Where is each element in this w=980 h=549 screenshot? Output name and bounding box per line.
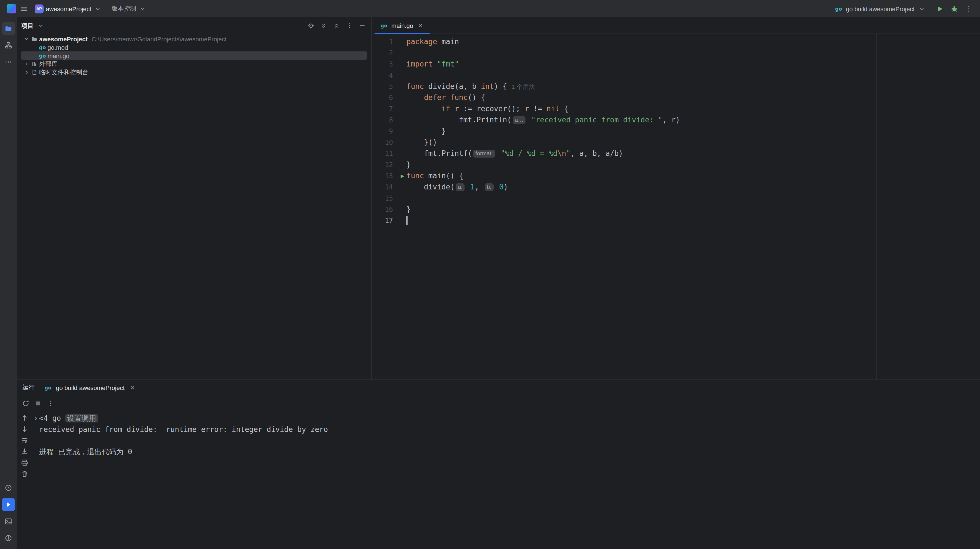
line-number: 3	[372, 59, 398, 70]
right-margin-guide	[876, 34, 877, 379]
project-widget[interactable]: AP awesomeProject	[32, 2, 105, 15]
code-line-2[interactable]: 2	[372, 48, 980, 59]
tool-strip-button-services[interactable]	[2, 481, 15, 494]
code-line-5[interactable]: 5func divide(a, b int) { 1 个用法	[372, 81, 980, 92]
code-line-11[interactable]: 11 fmt.Printf(format: "%d / %d = %d\n", …	[372, 148, 980, 159]
arrow-down-icon[interactable]	[20, 424, 29, 433]
collapse-all-icon[interactable]	[332, 21, 341, 30]
code-line-14[interactable]: 14 divide(a: 1, b: 0)	[372, 182, 980, 193]
code-line-13[interactable]: 13func main() {	[372, 170, 980, 182]
chevron-down-icon	[138, 4, 147, 13]
line-number: 10	[372, 137, 398, 148]
tool-strip-button-more[interactable]	[2, 56, 15, 69]
run-tab-label: go build awesomeProject	[56, 384, 125, 391]
main-menu-icon[interactable]	[19, 4, 29, 13]
goland-window: AP awesomeProject 版本控制 go go build aweso…	[0, 0, 980, 549]
library-icon	[30, 60, 38, 68]
tool-strip-button-project[interactable]	[2, 22, 15, 35]
tree-item-root[interactable]: awesomeProjectC:\Users\meowr\GolandProje…	[21, 35, 367, 43]
terminal-icon	[4, 517, 13, 525]
code-line-17[interactable]: 17	[372, 215, 980, 226]
minus-icon[interactable]	[358, 21, 367, 30]
code-line-16[interactable]: 16}	[372, 204, 980, 215]
code-line-10[interactable]: 10 }()	[372, 137, 980, 148]
run-tool-window: 运行 go go build awesomeProject <4 go 设置调用…	[17, 379, 980, 549]
vcs-label: 版本控制	[111, 5, 136, 13]
more-actions-button[interactable]	[964, 4, 973, 13]
editor-content[interactable]: 1package main23import "fmt"45func divide…	[372, 34, 980, 379]
scratch-icon	[30, 68, 38, 77]
more-icon	[4, 57, 13, 67]
run-config-icon: go	[834, 4, 843, 13]
editor-tab-main-go[interactable]: go main.go	[375, 17, 430, 33]
code-line-3[interactable]: 3import "fmt"	[372, 59, 980, 70]
expand-all-icon[interactable]	[319, 21, 328, 30]
code-line-7[interactable]: 7 if r := recover(); r != nil {	[372, 103, 980, 114]
arrow-up-icon[interactable]	[20, 413, 29, 422]
soft-wrap-icon[interactable]	[20, 436, 29, 444]
services-icon	[4, 483, 13, 492]
kebab-icon[interactable]	[345, 21, 354, 30]
problems-icon	[4, 533, 13, 542]
code-line-9[interactable]: 9 }	[372, 126, 980, 137]
run-tab-go-build[interactable]: go go build awesomeProject	[44, 383, 137, 392]
tree-item-label: 外部库	[39, 60, 57, 68]
run-window-icon	[4, 500, 13, 509]
code-line-4[interactable]: 4	[372, 70, 980, 81]
run-panel-title: 运行	[22, 383, 35, 392]
project-tool-window: 项目 awesomeProjectC:\Users\meowr\GolandPr…	[17, 17, 372, 379]
console-output[interactable]: <4 go 设置调用received panic from divide: ru…	[32, 411, 980, 549]
editor-area: go main.go 1package main23import "fmt"45…	[372, 17, 980, 379]
trash-icon[interactable]	[20, 469, 29, 478]
code-line-12[interactable]: 12}	[372, 159, 980, 170]
line-number: 8	[372, 114, 398, 126]
tool-strip-button-terminal[interactable]	[2, 514, 15, 528]
console: <4 go 设置调用received panic from divide: ru…	[17, 411, 980, 549]
code-line-15[interactable]: 15	[372, 193, 980, 204]
line-number: 11	[372, 148, 398, 159]
project-panel-actions	[306, 21, 367, 30]
main-toolbar: AP awesomeProject 版本控制 go go build aweso…	[0, 0, 980, 17]
kebab-icon[interactable]	[46, 399, 55, 408]
code-line-8[interactable]: 8 fmt.Println(a… "received panic from di…	[372, 114, 980, 126]
tool-strip-button-problems[interactable]	[2, 531, 15, 544]
run-gutter-icon[interactable]	[398, 171, 406, 181]
tool-strip-button-run[interactable]	[2, 498, 15, 511]
chevron-down-icon[interactable]	[37, 21, 45, 30]
tree-item-path: C:\Users\meowr\GolandProjects\awesomePro…	[92, 35, 227, 42]
target-icon[interactable]	[306, 21, 315, 30]
project-badge: AP	[35, 4, 44, 13]
tree-item-external-libraries[interactable]: 外部库	[21, 60, 367, 68]
chevron-down-icon	[94, 4, 103, 13]
editor-tab-label: main.go	[391, 22, 413, 29]
tree-item-main-go[interactable]: gomain.go	[21, 51, 367, 60]
line-number: 9	[372, 126, 398, 137]
stop-icon[interactable]	[33, 399, 43, 408]
go-mod-icon: go	[38, 43, 47, 52]
line-number: 6	[372, 92, 398, 103]
scroll-end-icon[interactable]	[20, 447, 29, 456]
console-line-2: received panic from divide: runtime erro…	[32, 424, 980, 435]
tree-item-label: awesomeProject	[39, 35, 88, 42]
run-toolbar	[17, 396, 980, 411]
print-icon[interactable]	[20, 458, 29, 467]
project-tree: awesomeProjectC:\Users\meowr\GolandProje…	[17, 34, 371, 379]
code-line-6[interactable]: 6 defer func() {	[372, 92, 980, 103]
folded-text[interactable]: 设置调用	[65, 414, 98, 422]
tree-item-scratches[interactable]: 临时文件和控制台	[21, 68, 367, 76]
run-button[interactable]	[935, 4, 944, 13]
tree-item-go-mod[interactable]: gogo.mod	[21, 43, 367, 51]
debug-button[interactable]	[950, 4, 959, 13]
project-name: awesomeProject	[46, 5, 91, 12]
close-icon[interactable]	[416, 21, 425, 30]
line-number: 5	[372, 81, 398, 92]
run-configuration-selector[interactable]: go go build awesomeProject	[831, 2, 930, 15]
line-number: 16	[372, 204, 398, 215]
code-line-1[interactable]: 1package main	[372, 36, 980, 48]
inlay-hint: a:	[456, 183, 465, 191]
close-icon[interactable]	[128, 383, 137, 392]
vcs-widget[interactable]: 版本控制	[109, 2, 150, 15]
rerun-icon[interactable]	[21, 399, 30, 408]
tool-strip-button-structure[interactable]	[2, 38, 15, 52]
inlay-hint: format:	[473, 150, 495, 157]
